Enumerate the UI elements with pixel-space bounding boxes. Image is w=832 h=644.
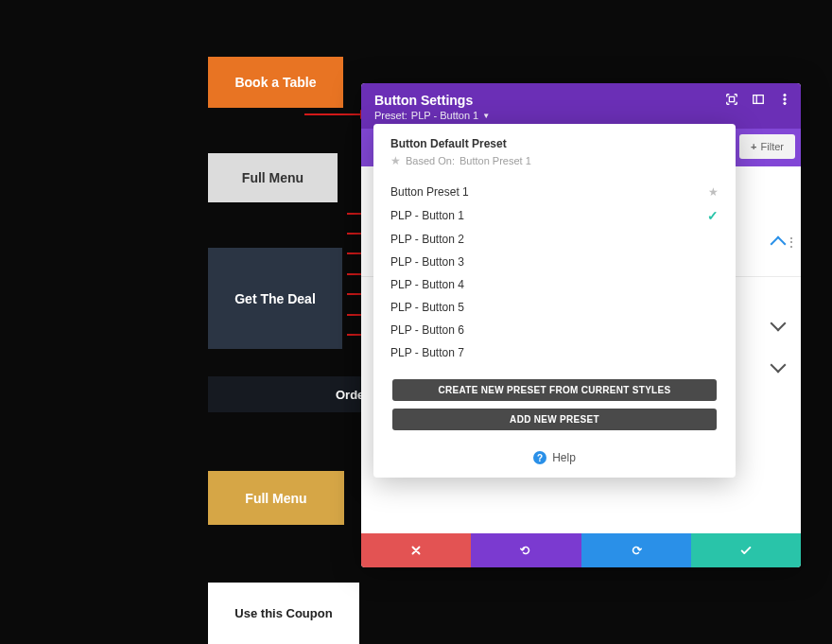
section-more-icon[interactable]: ⋮ <box>785 235 797 250</box>
annotation-arrow <box>304 113 369 115</box>
based-on-prefix: Based On: <box>406 155 455 166</box>
sample-button-full-menu-1[interactable]: Full Menu <box>208 153 338 202</box>
preset-dropdown: Button Default Preset ★ Based On: Button… <box>373 124 736 478</box>
sidebar-toggle-icon[interactable] <box>752 93 765 106</box>
preset-item[interactable]: PLP - Button 6 <box>373 319 736 341</box>
help-icon: ? <box>533 451 546 464</box>
preset-item-label: PLP - Button 2 <box>390 233 464 246</box>
save-button[interactable] <box>691 533 801 567</box>
preset-item-label: PLP - Button 4 <box>390 278 464 291</box>
svg-rect-1 <box>754 96 764 104</box>
sample-button-book-table[interactable]: Book a Table <box>208 57 343 108</box>
preset-item-label: PLP - Button 3 <box>390 255 464 269</box>
section-collapse[interactable] <box>772 236 784 253</box>
preset-item-label: PLP - Button 5 <box>390 301 464 314</box>
preset-label: Preset: <box>374 110 407 121</box>
preset-item-label: PLP - Button 1 <box>390 209 464 222</box>
preset-value: PLP - Button 1 <box>411 110 478 121</box>
cancel-button[interactable] <box>361 533 471 567</box>
star-icon: ★ <box>390 154 401 167</box>
redo-icon <box>630 544 643 557</box>
star-icon[interactable]: ★ <box>708 185 719 199</box>
preset-item-label: Button Preset 1 <box>390 185 469 199</box>
sample-button-get-deal[interactable]: Get The Deal <box>208 248 342 349</box>
preset-item-label: PLP - Button 7 <box>390 346 464 359</box>
preset-item[interactable]: PLP - Button 4 <box>373 273 736 296</box>
modal-header: Button Settings Preset: PLP - Button 1 ▼ <box>361 83 801 129</box>
filter-label: Filter <box>761 141 784 152</box>
dropdown-actions: CREATE NEW PRESET FROM CURRENT STYLES AD… <box>373 372 736 445</box>
based-on-value: Button Preset 1 <box>459 155 531 166</box>
filter-button[interactable]: + Filter <box>739 134 795 159</box>
check-icon <box>739 544 753 557</box>
preset-item[interactable]: PLP - Button 5 <box>373 296 736 319</box>
preset-selector[interactable]: Preset: PLP - Button 1 ▼ <box>374 110 788 121</box>
svg-rect-0 <box>729 96 734 101</box>
preset-item[interactable]: PLP - Button 1 ✓ <box>373 203 736 228</box>
plus-icon: + <box>751 141 756 152</box>
default-preset-title: Button Default Preset <box>390 137 719 150</box>
svg-point-3 <box>784 94 786 96</box>
check-icon: ✓ <box>707 208 719 223</box>
create-preset-button[interactable]: CREATE NEW PRESET FROM CURRENT STYLES <box>392 379 717 401</box>
based-on-label: ★ Based On: Button Preset 1 <box>390 154 719 167</box>
undo-button[interactable] <box>471 533 581 567</box>
section-expand[interactable] <box>772 357 784 374</box>
preset-item-label: PLP - Button 6 <box>390 323 464 337</box>
preset-list: Button Preset 1 ★ PLP - Button 1 ✓ PLP -… <box>373 177 736 372</box>
undo-icon <box>519 544 532 557</box>
svg-point-5 <box>784 102 786 104</box>
help-label: Help <box>552 451 576 464</box>
sample-button-use-coupon[interactable]: Use this Coupon <box>208 583 359 644</box>
svg-point-4 <box>784 98 786 100</box>
caret-down-icon: ▼ <box>482 112 490 120</box>
section-expand[interactable] <box>772 316 784 333</box>
preset-item[interactable]: PLP - Button 3 <box>373 251 736 273</box>
dropdown-header: Button Default Preset ★ Based On: Button… <box>373 124 736 177</box>
close-icon <box>409 544 423 557</box>
more-icon[interactable] <box>778 93 791 106</box>
preset-item[interactable]: Button Preset 1 ★ <box>373 181 736 203</box>
expand-icon[interactable] <box>725 93 738 106</box>
modal-footer <box>361 533 801 567</box>
sample-button-full-menu-2[interactable]: Full Menu <box>208 471 344 525</box>
preset-item[interactable]: PLP - Button 7 <box>373 341 736 364</box>
add-preset-button[interactable]: ADD NEW PRESET <box>392 409 717 430</box>
redo-button[interactable] <box>581 533 691 567</box>
help-link[interactable]: ? Help <box>373 445 736 478</box>
preset-item[interactable]: PLP - Button 2 <box>373 228 736 251</box>
